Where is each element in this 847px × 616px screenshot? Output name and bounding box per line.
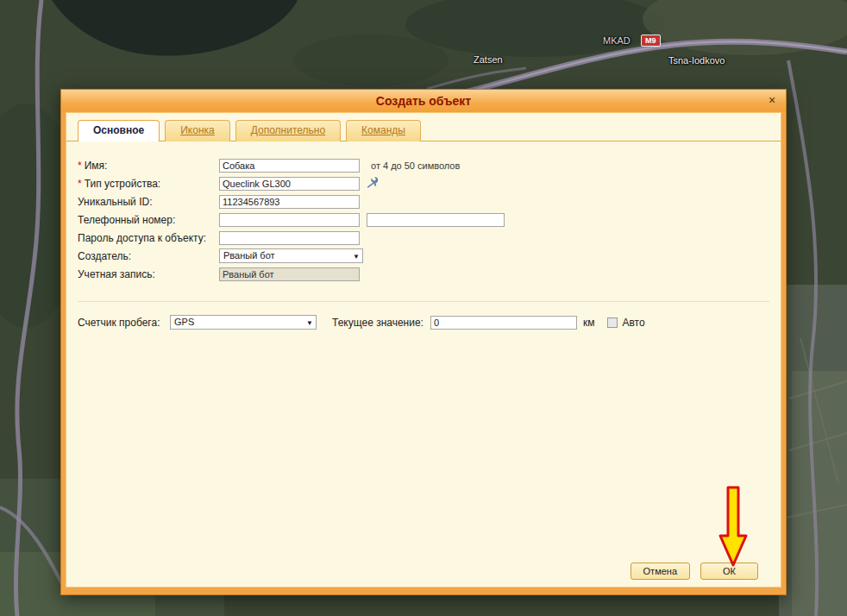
map-badge-m9: M9 [641, 35, 661, 47]
form-row-unique-id: Уникальный ID: [78, 192, 769, 211]
required-asterisk: * [78, 160, 82, 172]
creator-label: Создатель: [78, 250, 219, 262]
pointer-arrow-icon [718, 486, 749, 569]
unique-id-label: Уникальный ID: [78, 196, 219, 208]
tab-bar: Основное Иконка Дополнительно Команды [66, 113, 781, 141]
auto-checkbox[interactable] [607, 317, 618, 328]
name-input[interactable] [219, 159, 360, 173]
account-label: Учетная запись: [78, 268, 219, 280]
mileage-source-value: GPS [174, 317, 194, 327]
form-row-password: Пароль доступа к объекту: [78, 229, 769, 247]
phone-label: Телефонный номер: [78, 214, 219, 226]
device-type-label: *Тип устройства: [78, 178, 219, 190]
auto-label: Авто [622, 317, 644, 329]
password-input[interactable] [219, 231, 360, 245]
phone-input-2[interactable] [367, 213, 505, 227]
form-row-device-type: *Тип устройства: [78, 174, 769, 192]
tab-commands-label: Команды [361, 124, 405, 136]
mileage-counter-label: Счетчик пробега: [78, 317, 170, 329]
tab-main-label: Основное [93, 124, 144, 136]
password-label: Пароль доступа к объекту: [78, 232, 219, 244]
cancel-button[interactable]: Отмена [631, 563, 690, 580]
form-row-creator: Создатель: Рваный бот ▼ [78, 247, 769, 265]
tab-additional[interactable]: Дополнительно [235, 120, 341, 141]
dialog-title: Создать объект [376, 94, 471, 108]
section-divider [78, 301, 769, 302]
map-label-mkad: MKAD [603, 35, 631, 46]
form-row-account: Учетная запись: [78, 265, 769, 283]
dropdown-arrow-icon: ▼ [353, 250, 360, 263]
mileage-source-select[interactable]: GPS ▼ [170, 315, 317, 330]
phone-input-1[interactable] [219, 213, 360, 227]
creator-select-value: Рваный бот [223, 250, 275, 261]
name-length-hint: от 4 до 50 символов [371, 160, 460, 171]
close-icon[interactable]: × [765, 90, 779, 111]
tab-main[interactable]: Основное [78, 120, 160, 141]
account-input [219, 267, 360, 281]
screen: Zatsen MKAD M9 Tsna-Iodkovo Создать объе… [0, 0, 847, 616]
device-type-input[interactable] [219, 177, 360, 191]
mileage-row: Счетчик пробега: GPS ▼ Текущее значение:… [78, 315, 769, 330]
unique-id-input[interactable] [219, 195, 360, 209]
form-row-name: *Имя: от 4 до 50 символов [78, 156, 769, 174]
tab-icon[interactable]: Иконка [165, 120, 230, 141]
current-value-input[interactable] [430, 316, 577, 330]
map-label-tsna-iodkovo: Tsna-Iodkovo [668, 55, 725, 66]
dialog-body: Основное Иконка Дополнительно Команды *И… [66, 112, 781, 588]
required-asterisk: * [78, 178, 82, 190]
tab-additional-label: Дополнительно [251, 124, 325, 136]
wrench-icon[interactable] [366, 176, 379, 192]
main-form: *Имя: от 4 до 50 символов *Тип устройств… [66, 141, 781, 283]
creator-select[interactable]: Рваный бот ▼ [219, 248, 363, 263]
unit-label: км [583, 317, 595, 329]
current-value-label: Текущее значение: [332, 317, 424, 329]
dropdown-arrow-icon: ▼ [306, 317, 313, 330]
tab-icon-label: Иконка [180, 124, 215, 136]
dialog-titlebar: Создать объект × [61, 90, 786, 112]
create-object-dialog: Создать объект × Основное Иконка Дополни… [60, 89, 787, 595]
tab-commands[interactable]: Команды [346, 120, 421, 141]
form-row-phone: Телефонный номер: [78, 211, 769, 229]
map-label-zatsen: Zatsen [474, 54, 503, 65]
name-label: *Имя: [78, 160, 219, 172]
